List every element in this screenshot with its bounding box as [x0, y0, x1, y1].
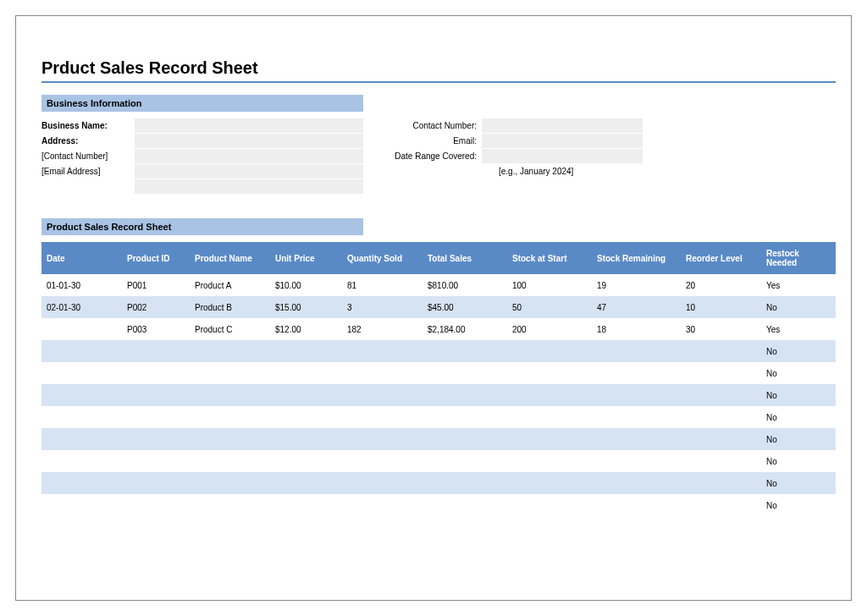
cell-stock-start[interactable] [507, 472, 592, 494]
field-email[interactable] [482, 134, 643, 149]
cell-stock-start[interactable] [507, 362, 592, 384]
cell-total-sales[interactable] [422, 362, 507, 384]
cell-reorder-level[interactable] [681, 384, 761, 406]
cell-unit-price[interactable] [270, 428, 342, 450]
cell-stock-remaining[interactable] [592, 450, 681, 472]
cell-reorder-level[interactable]: 20 [681, 274, 761, 296]
cell-quantity-sold[interactable] [342, 340, 422, 362]
cell-product-name[interactable]: Product B [190, 296, 270, 318]
cell-product-id[interactable] [122, 406, 190, 428]
cell-restock-needed[interactable]: Yes [761, 318, 836, 340]
cell-stock-remaining[interactable] [592, 384, 681, 406]
cell-stock-remaining[interactable] [592, 494, 681, 516]
cell-product-name[interactable] [190, 362, 270, 384]
cell-quantity-sold[interactable] [342, 384, 422, 406]
cell-quantity-sold[interactable]: 182 [342, 318, 422, 340]
cell-date[interactable] [41, 318, 122, 340]
cell-unit-price[interactable]: $12.00 [270, 318, 342, 340]
cell-stock-remaining[interactable]: 47 [592, 296, 681, 318]
cell-date[interactable] [41, 406, 122, 428]
cell-restock-needed[interactable]: Yes [761, 274, 836, 296]
cell-unit-price[interactable] [270, 494, 342, 516]
cell-date[interactable] [41, 362, 122, 384]
cell-unit-price[interactable] [270, 362, 342, 384]
cell-restock-needed[interactable]: No [761, 428, 836, 450]
field-address-2[interactable] [135, 149, 363, 164]
cell-stock-remaining[interactable] [592, 406, 681, 428]
cell-restock-needed[interactable]: No [761, 296, 836, 318]
cell-unit-price[interactable] [270, 384, 342, 406]
cell-stock-start[interactable]: 200 [507, 318, 592, 340]
cell-unit-price[interactable] [270, 472, 342, 494]
field-address-3[interactable] [135, 164, 363, 179]
cell-date[interactable] [41, 428, 122, 450]
cell-reorder-level[interactable]: 10 [681, 296, 761, 318]
cell-product-name[interactable] [190, 494, 270, 516]
cell-product-id[interactable]: P001 [122, 274, 190, 296]
cell-stock-remaining[interactable]: 19 [592, 274, 681, 296]
cell-date[interactable]: 01-01-30 [41, 274, 122, 296]
cell-restock-needed[interactable]: No [761, 340, 836, 362]
cell-restock-needed[interactable]: No [761, 494, 836, 516]
cell-product-id[interactable] [122, 450, 190, 472]
cell-stock-start[interactable] [507, 406, 592, 428]
cell-product-name[interactable] [190, 340, 270, 362]
cell-total-sales[interactable] [422, 406, 507, 428]
cell-restock-needed[interactable]: No [761, 450, 836, 472]
cell-quantity-sold[interactable] [342, 472, 422, 494]
cell-reorder-level[interactable] [681, 340, 761, 362]
cell-quantity-sold[interactable] [342, 406, 422, 428]
cell-restock-needed[interactable]: No [761, 362, 836, 384]
cell-total-sales[interactable] [422, 428, 507, 450]
cell-product-id[interactable] [122, 494, 190, 516]
cell-quantity-sold[interactable] [342, 450, 422, 472]
cell-stock-remaining[interactable] [592, 428, 681, 450]
cell-stock-start[interactable]: 50 [507, 296, 592, 318]
cell-total-sales[interactable] [422, 340, 507, 362]
cell-date[interactable]: 02-01-30 [41, 296, 122, 318]
cell-product-name[interactable] [190, 428, 270, 450]
cell-stock-remaining[interactable]: 18 [592, 318, 681, 340]
field-date-range[interactable] [482, 149, 643, 164]
cell-product-id[interactable] [122, 384, 190, 406]
cell-stock-start[interactable] [507, 428, 592, 450]
cell-quantity-sold[interactable] [342, 494, 422, 516]
cell-reorder-level[interactable] [681, 472, 761, 494]
cell-date[interactable] [41, 450, 122, 472]
cell-stock-start[interactable]: 100 [507, 274, 592, 296]
cell-total-sales[interactable] [422, 494, 507, 516]
field-contact-number[interactable] [482, 118, 643, 134]
cell-quantity-sold[interactable]: 3 [342, 296, 422, 318]
field-address-1[interactable] [135, 134, 363, 149]
cell-product-id[interactable] [122, 362, 190, 384]
cell-stock-start[interactable] [507, 340, 592, 362]
cell-product-name[interactable] [190, 384, 270, 406]
cell-total-sales[interactable] [422, 384, 507, 406]
cell-total-sales[interactable]: $810.00 [422, 274, 507, 296]
cell-stock-start[interactable] [507, 384, 592, 406]
cell-unit-price[interactable] [270, 450, 342, 472]
cell-date[interactable] [41, 494, 122, 516]
cell-reorder-level[interactable] [681, 428, 761, 450]
cell-product-id[interactable]: P002 [122, 296, 190, 318]
cell-quantity-sold[interactable]: 81 [342, 274, 422, 296]
cell-total-sales[interactable] [422, 450, 507, 472]
cell-stock-remaining[interactable] [592, 362, 681, 384]
cell-unit-price[interactable]: $15.00 [270, 296, 342, 318]
cell-stock-start[interactable] [507, 494, 592, 516]
cell-stock-remaining[interactable] [592, 340, 681, 362]
cell-product-id[interactable] [122, 428, 190, 450]
cell-product-id[interactable]: P003 [122, 318, 190, 340]
cell-stock-start[interactable] [507, 450, 592, 472]
cell-reorder-level[interactable] [681, 450, 761, 472]
cell-reorder-level[interactable] [681, 494, 761, 516]
cell-product-name[interactable] [190, 406, 270, 428]
cell-product-id[interactable] [122, 472, 190, 494]
cell-date[interactable] [41, 340, 122, 362]
cell-total-sales[interactable]: $2,184.00 [422, 318, 507, 340]
cell-product-name[interactable] [190, 450, 270, 472]
cell-reorder-level[interactable]: 30 [681, 318, 761, 340]
cell-total-sales[interactable]: $45.00 [422, 296, 507, 318]
cell-date[interactable] [41, 472, 122, 494]
cell-restock-needed[interactable]: No [761, 472, 836, 494]
